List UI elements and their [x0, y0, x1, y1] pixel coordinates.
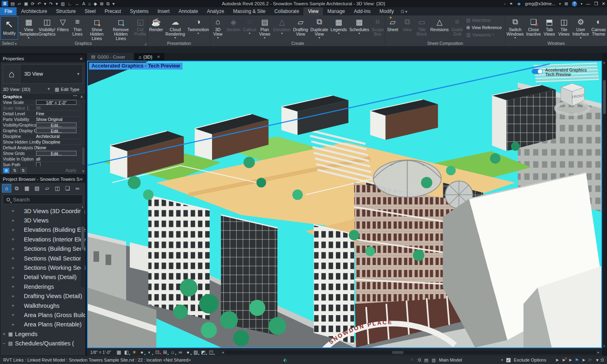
view-tab-3d[interactable]: ⌂ {3D} ✕ [134, 53, 164, 61]
worksets-icon[interactable]: ▤ [424, 358, 428, 363]
tree-item[interactable]: + 3D Views [0, 216, 85, 225]
ribbon-collapse-caret-icon[interactable]: ▾ [405, 9, 407, 14]
viewcube[interactable]: FRONT [554, 79, 591, 118]
visibility-graphics-button[interactable]: ◫ Visibility/ Graphics [38, 15, 56, 40]
tree-item[interactable]: + Area Plans (Rentable) [0, 320, 85, 329]
matchline-button[interactable]: ▤ Matchline [466, 17, 503, 23]
redo-icon[interactable]: ↷ [49, 1, 53, 6]
scroll-down-arrow-icon[interactable]: ∨ [603, 344, 605, 348]
tree-expander-icon[interactable]: + [10, 284, 16, 290]
viewport-vertical-scrollbar[interactable]: ∧ ∨ [603, 61, 606, 348]
select-pinned-icon[interactable]: ➤ [568, 358, 572, 363]
tree-item[interactable]: + Detail Views (Detail) [0, 273, 85, 282]
default-3d-view-icon[interactable]: ⌂ [88, 1, 91, 6]
3d-model-view[interactable]: SNOWDON PLACE [88, 61, 601, 347]
tab-modify[interactable]: Modify [375, 7, 398, 15]
browser-search-box[interactable] [3, 195, 83, 204]
tree-scroll-up-icon[interactable]: ∧ [81, 205, 84, 209]
horizontal-scroll-thumb[interactable] [392, 351, 403, 354]
exclude-options-checkbox[interactable]: ✓ [506, 358, 511, 362]
tab-precast[interactable]: Precast [100, 7, 125, 15]
prop-parts-visibility[interactable]: Parts Visibility Show Original [0, 116, 81, 122]
cart-icon[interactable]: ⊞ [565, 1, 568, 6]
account-menu[interactable]: greg@x3dme... [525, 1, 555, 6]
tree-expander-icon[interactable]: + [10, 265, 16, 271]
viewport-horizontal-scrollbar[interactable]: ◂ ▸ [221, 350, 601, 354]
switch-windows-icon[interactable]: ⧉ [106, 1, 110, 6]
show-hidden-lines-button[interactable]: ◻ Show Hidden Lines [85, 15, 108, 44]
select-panel-label[interactable]: Select ▾ [0, 41, 19, 46]
measure-icon[interactable]: ∟ [68, 1, 72, 6]
viewcube-home-icon[interactable]: ⌂ [549, 85, 552, 91]
help-icon[interactable]: ? [572, 1, 577, 6]
restore-button[interactable]: ❐ [594, 1, 598, 6]
tree-item[interactable]: + Drafting Views (Detail) [0, 292, 85, 301]
prop-view-scale[interactable]: View Scale 1/8" = 1'-0" [0, 99, 81, 105]
render-button[interactable]: ☕ Render [148, 15, 164, 35]
browser-expand-icon[interactable]: ⧉ [12, 184, 21, 193]
prop-detail-level[interactable]: Detail Level Fine [0, 111, 81, 116]
scroll-left-arrow-icon[interactable]: ◂ [221, 350, 225, 354]
legends-button[interactable]: ▦ Legends ▾ [329, 15, 348, 35]
tab-file[interactable]: File [0, 7, 17, 15]
tab-massing-site[interactable]: Massing & Site [229, 7, 270, 15]
elevation-button[interactable]: △ Elevation ▾ [272, 15, 292, 35]
tree-expander-icon[interactable]: + [10, 208, 16, 214]
browser-links-icon[interactable]: ∞ [73, 184, 82, 193]
thin-lines-button[interactable]: ≡ Thin Lines [70, 15, 85, 40]
panel-launcher-icon[interactable]: ◿ [144, 42, 146, 46]
tree-expander-icon[interactable]: + [10, 312, 16, 318]
select-links-icon[interactable]: ➤ [555, 358, 559, 363]
type-selector[interactable]: ⌂ 3D View ▼ [3, 64, 83, 84]
crop-region-icon[interactable]: ⊞ [161, 349, 169, 355]
filters-button[interactable]: ▽ Filters [55, 15, 70, 35]
revisions-button[interactable]: △ Revisions [429, 15, 450, 35]
project-browser-header[interactable]: Project Browser - Snowdon Towers Sample … [0, 176, 85, 183]
aligned-dimension-icon[interactable]: ↔ [75, 1, 79, 6]
canvas-theme-button[interactable]: ◐ Canvas Theme [590, 15, 607, 40]
cut-profile-button[interactable]: ◱ Cut Profile [133, 15, 147, 40]
tree-item[interactable]: − ▤ Schedules/Quantities ( [0, 339, 85, 348]
tab-steel[interactable]: Steel [80, 7, 100, 15]
tree-expander-icon[interactable]: + [10, 293, 16, 299]
browser-groups-icon[interactable]: ❏ [63, 184, 72, 193]
tab-views-button[interactable]: ⬒ Tab Views [542, 15, 557, 40]
properties-header[interactable]: Properties ✕ [0, 55, 85, 62]
vertical-scroll-thumb[interactable] [603, 80, 606, 114]
scroll-up-arrow-icon[interactable]: ∧ [603, 61, 605, 65]
duplicate-view-button[interactable]: ⧉ Duplicate View ▾ [309, 15, 329, 40]
tree-expander-icon[interactable]: + [10, 303, 16, 309]
edit-type-button[interactable]: ▦ Edit Type [55, 87, 79, 92]
worksets-dialog-icon[interactable]: ▥ [431, 358, 435, 363]
search-icon[interactable]: ⚭ [509, 1, 513, 6]
browser-sheets-icon[interactable]: ▱ [42, 184, 52, 193]
undo-icon[interactable]: ↶ [38, 1, 41, 6]
tab-view[interactable]: View [304, 7, 323, 15]
tree-expander-icon[interactable]: + [10, 246, 16, 252]
section-button[interactable]: ◈ Section [225, 15, 242, 35]
qat-customize-caret-icon[interactable]: ▾ [112, 1, 115, 6]
user-interface-button[interactable]: ⚙ User Interface ▾ [571, 15, 590, 40]
tree-item[interactable]: + Elevations (Interior Eleva [0, 235, 85, 244]
displacement-sets-icon[interactable]: ◫ [207, 349, 215, 355]
properties-sort-asc-icon[interactable]: ⇅ [11, 167, 18, 174]
minimize-button[interactable]: — [586, 1, 590, 6]
analytical-model-icon[interactable]: ◩ [200, 349, 207, 355]
save-icon[interactable]: ▣ [24, 1, 28, 6]
chevron-left-icon[interactable]: ‹ [504, 1, 506, 6]
prop-default-analysis[interactable]: Default Analysis Di... None [0, 145, 81, 150]
tree-expander-icon[interactable]: + [10, 236, 16, 242]
view-button[interactable]: ⧉ View [400, 15, 414, 35]
tree-item[interactable]: + Renderings [0, 282, 85, 291]
locked-3d-view-icon[interactable]: ⌂ [169, 349, 176, 355]
scroll-up-icon[interactable]: ∧ [80, 95, 83, 99]
search-input[interactable] [13, 197, 74, 203]
cloud-rendering-button[interactable]: ☁ Cloud Rendering ▾ [164, 15, 186, 40]
drawing-area[interactable]: SNOWDON PLACE Accelerated Graphics - Tec… [87, 61, 602, 348]
sheet-button[interactable]: ▱ Sheet [385, 15, 400, 35]
help-caret-icon[interactable]: ▾ [581, 2, 582, 6]
browser-schedules-icon[interactable]: ▤ [32, 184, 42, 193]
title-block-button[interactable]: ▭ Title Block [414, 15, 429, 40]
tree-expander-icon[interactable]: + [10, 218, 16, 224]
background-processes-icon[interactable]: ⟳ [588, 358, 592, 363]
